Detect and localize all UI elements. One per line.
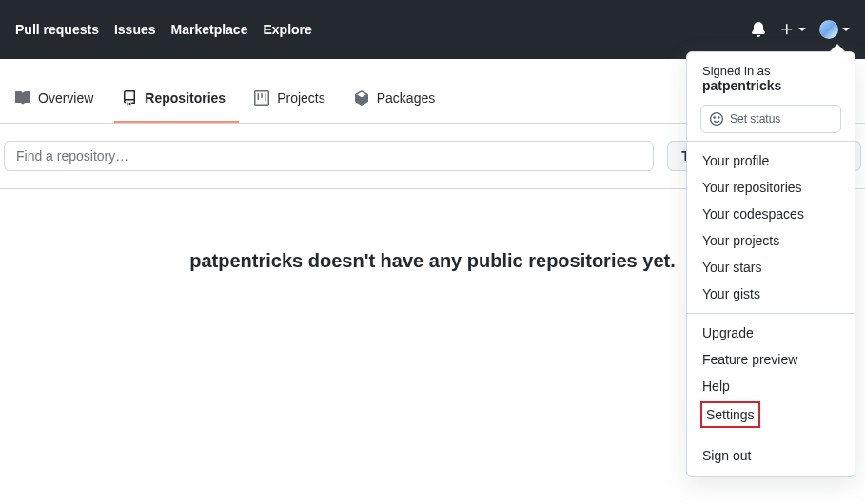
caret-down-icon bbox=[842, 28, 850, 31]
user-dropdown-menu: Signed in as patpentricks Set status You… bbox=[686, 51, 855, 477]
menu-your-repositories[interactable]: Your repositories bbox=[687, 174, 855, 201]
menu-your-gists[interactable]: Your gists bbox=[687, 281, 855, 307]
set-status-button[interactable]: Set status bbox=[700, 105, 841, 133]
global-nav: Pull requests Issues Marketplace Explore bbox=[15, 22, 312, 37]
set-status-label: Set status bbox=[730, 112, 780, 126]
tab-overview[interactable]: Overview bbox=[8, 83, 107, 123]
caret-down-icon bbox=[798, 28, 806, 31]
notifications-icon[interactable] bbox=[751, 22, 766, 37]
tab-projects[interactable]: Projects bbox=[246, 83, 339, 123]
menu-sign-out[interactable]: Sign out bbox=[687, 442, 855, 469]
menu-your-projects[interactable]: Your projects bbox=[687, 227, 855, 254]
menu-divider bbox=[687, 313, 855, 314]
search-input[interactable] bbox=[4, 141, 654, 171]
menu-help[interactable]: Help bbox=[687, 373, 855, 399]
nav-issues[interactable]: Issues bbox=[114, 22, 156, 37]
nav-pull-requests[interactable]: Pull requests bbox=[15, 22, 99, 37]
svg-point-2 bbox=[718, 117, 719, 118]
username-label: patpentricks bbox=[702, 78, 839, 93]
global-header: Pull requests Issues Marketplace Explore bbox=[0, 0, 865, 59]
menu-feature-preview[interactable]: Feature preview bbox=[687, 346, 855, 373]
user-menu-header: Signed in as patpentricks bbox=[687, 56, 855, 101]
menu-settings[interactable]: Settings bbox=[702, 403, 758, 426]
smiley-icon bbox=[709, 111, 724, 126]
nav-marketplace[interactable]: Marketplace bbox=[171, 22, 248, 37]
user-menu-trigger[interactable] bbox=[819, 20, 850, 39]
tab-label: Repositories bbox=[145, 90, 226, 106]
svg-point-0 bbox=[711, 113, 723, 126]
avatar bbox=[819, 20, 838, 39]
menu-your-stars[interactable]: Your stars bbox=[687, 254, 855, 281]
menu-upgrade[interactable]: Upgrade bbox=[687, 320, 855, 346]
menu-your-profile[interactable]: Your profile bbox=[687, 147, 855, 174]
menu-your-codespaces[interactable]: Your codespaces bbox=[687, 201, 855, 227]
tab-label: Packages bbox=[377, 90, 435, 106]
tab-label: Overview bbox=[38, 90, 93, 106]
menu-divider bbox=[687, 436, 855, 436]
create-menu[interactable] bbox=[779, 22, 806, 37]
header-actions bbox=[751, 20, 850, 39]
tab-repositories[interactable]: Repositories bbox=[114, 83, 239, 123]
tab-packages[interactable]: Packages bbox=[346, 83, 448, 123]
nav-explore[interactable]: Explore bbox=[263, 22, 311, 37]
menu-divider bbox=[687, 141, 855, 142]
tab-label: Projects bbox=[277, 90, 325, 106]
svg-point-1 bbox=[714, 117, 715, 118]
signed-in-as-label: Signed in as bbox=[702, 64, 839, 78]
